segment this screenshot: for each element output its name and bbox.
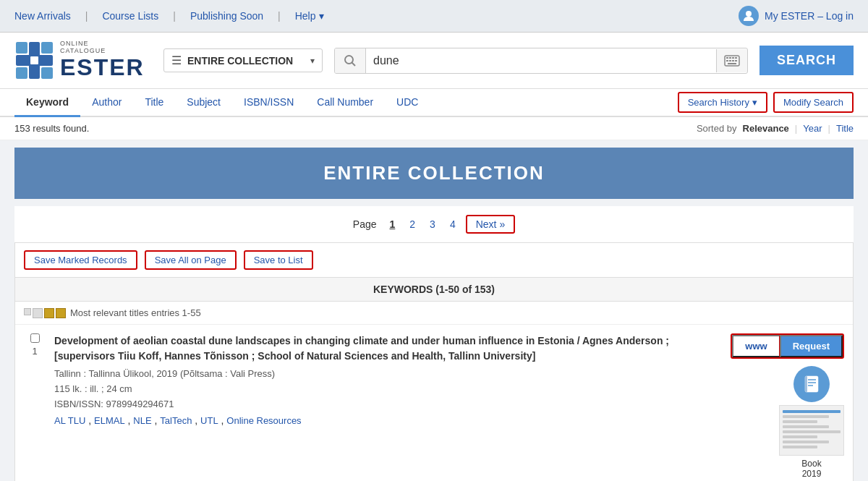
sorted-by-label: Sorted by <box>697 123 737 134</box>
next-page-button[interactable]: Next » <box>466 215 515 234</box>
search-input[interactable] <box>366 48 716 73</box>
collection-dropdown[interactable]: ☰ ENTIRE COLLECTION ▾ <box>163 48 323 72</box>
svg-rect-5 <box>16 67 27 79</box>
link-taltech[interactable]: TalTech <box>160 415 192 426</box>
svg-rect-7 <box>30 56 38 64</box>
logo-text: ONLINE CATALOGUE ESTER <box>60 40 145 81</box>
search-actions: Search History ▾ Modify Search <box>678 92 854 113</box>
tab-subject[interactable]: Subject <box>175 89 232 117</box>
chevron-down-icon: ▾ <box>319 10 324 22</box>
rel-icon-4 <box>56 308 66 318</box>
logo-online-text: ONLINE <box>60 40 145 47</box>
course-lists-link[interactable]: Course Lists <box>102 10 158 22</box>
page-4[interactable]: 4 <box>446 217 460 231</box>
result-checkbox[interactable] <box>30 333 40 343</box>
svg-point-0 <box>746 11 752 17</box>
user-menu[interactable]: My ESTER – Log in <box>739 6 854 26</box>
keywords-header: KEYWORDS (1-50 of 153) <box>15 278 853 302</box>
svg-point-8 <box>345 56 353 64</box>
logo-cross-icon <box>14 41 54 80</box>
link-elmal[interactable]: ELMAL <box>94 415 125 426</box>
collection-label: ENTIRE COLLECTION <box>187 55 305 67</box>
svg-rect-3 <box>16 42 27 54</box>
result-detail-line3: ISBN/ISSN: 9789949294671 <box>54 397 691 412</box>
save-to-list-button[interactable]: Save to List <box>244 250 313 270</box>
save-marked-button[interactable]: Save Marked Records <box>24 250 137 270</box>
book-icon <box>793 366 830 402</box>
svg-rect-6 <box>41 67 53 79</box>
book-thumbnail: Book 2019 <box>779 366 844 479</box>
publishing-soon-link[interactable]: Publishing Soon <box>190 10 263 22</box>
svg-rect-4 <box>41 42 53 54</box>
rel-icon-3 <box>44 308 54 318</box>
link-utl[interactable]: UTL <box>200 415 218 426</box>
svg-rect-17 <box>732 60 734 61</box>
search-button[interactable]: SEARCH <box>760 46 854 75</box>
search-history-label: Search History <box>688 97 749 108</box>
svg-rect-14 <box>735 57 737 59</box>
results-toolbar: Save Marked Records Save All on Page Sav… <box>15 243 853 278</box>
tab-keyword[interactable]: Keyword <box>14 89 80 117</box>
user-login-label: My ESTER – Log in <box>765 10 854 22</box>
svg-rect-16 <box>729 60 731 61</box>
result-content: Development of aeolian coastal dune land… <box>54 333 691 479</box>
user-avatar <box>739 6 759 26</box>
save-all-button[interactable]: Save All on Page <box>145 250 237 270</box>
page-2[interactable]: 2 <box>405 217 420 231</box>
sort-relevance[interactable]: Relevance <box>743 123 789 134</box>
www-button[interactable]: www <box>732 335 779 357</box>
results-count: 153 results found. <box>14 123 89 134</box>
rel-icon-2 <box>33 308 43 318</box>
search-icon <box>335 48 366 73</box>
chevron-down-icon: ▾ <box>310 56 315 66</box>
result-number: 1 <box>32 346 37 357</box>
relevance-row: Most relevant titles entries 1-55 <box>15 302 853 325</box>
modify-search-button[interactable]: Modify Search <box>773 92 854 113</box>
pagination: Page 1 2 3 4 Next » <box>14 206 854 242</box>
page-3[interactable]: 3 <box>425 217 440 231</box>
top-navigation: New Arrivals | Course Lists | Publishing… <box>0 0 868 33</box>
tab-udc[interactable]: UDC <box>385 89 430 117</box>
keyboard-icon[interactable] <box>716 49 747 72</box>
tab-title[interactable]: Title <box>133 89 175 117</box>
site-header: ONLINE CATALOGUE ESTER ☰ ENTIRE COLLECTI… <box>0 33 868 89</box>
svg-rect-19 <box>728 63 736 64</box>
result-title: Development of aeolian coastal dune land… <box>54 333 691 364</box>
page-label: Page <box>353 218 377 230</box>
link-nle[interactable]: NLE <box>133 415 151 426</box>
result-detail-line2: 115 lk. : ill. ; 24 cm <box>54 382 691 397</box>
new-arrivals-link[interactable]: New Arrivals <box>14 10 71 22</box>
chevron-down-icon: ▾ <box>752 97 757 108</box>
action-buttons: www Request <box>731 333 844 359</box>
rel-icon-1 <box>24 308 31 315</box>
book-cover-image <box>779 405 844 456</box>
relevance-label: Most relevant titles entries 1-55 <box>70 307 201 318</box>
sort-title[interactable]: Title <box>836 123 854 134</box>
search-bar <box>334 48 748 74</box>
result-number-area: 1 <box>24 333 46 479</box>
logo-ester-text: ESTER <box>60 54 145 81</box>
search-history-button[interactable]: Search History ▾ <box>678 92 767 113</box>
svg-rect-15 <box>726 60 728 61</box>
link-al-tlu[interactable]: AL TLU <box>54 415 85 426</box>
book-type-label: Book 2019 <box>801 459 821 479</box>
collection-banner: ENTIRE COLLECTION <box>14 148 854 199</box>
page-1[interactable]: 1 <box>386 217 400 231</box>
sort-year[interactable]: Year <box>803 123 822 134</box>
request-button[interactable]: Request <box>780 335 843 357</box>
hamburger-icon: ☰ <box>171 54 182 67</box>
search-type-tabs: Keyword Author Title Subject ISBN/ISSN C… <box>0 89 868 117</box>
svg-rect-21 <box>805 376 807 392</box>
result-detail-line1: Tallinn : Tallinna Ülikool, 2019 (Põltsa… <box>54 367 691 382</box>
results-info-bar: 153 results found. Sorted by Relevance |… <box>0 117 868 140</box>
tab-isbn[interactable]: ISBN/ISSN <box>232 89 305 117</box>
logo: ONLINE CATALOGUE ESTER <box>14 40 152 81</box>
tab-call-number[interactable]: Call Number <box>305 89 385 117</box>
svg-rect-13 <box>732 57 734 59</box>
link-online-resources[interactable]: Online Resources <box>226 415 301 426</box>
tab-author[interactable]: Author <box>80 89 133 117</box>
help-link[interactable]: Help ▾ <box>295 10 324 22</box>
logo-catalogue-text: CATALOGUE <box>60 47 145 54</box>
sort-options: Sorted by Relevance | Year | Title <box>697 123 854 134</box>
svg-rect-18 <box>735 60 737 61</box>
